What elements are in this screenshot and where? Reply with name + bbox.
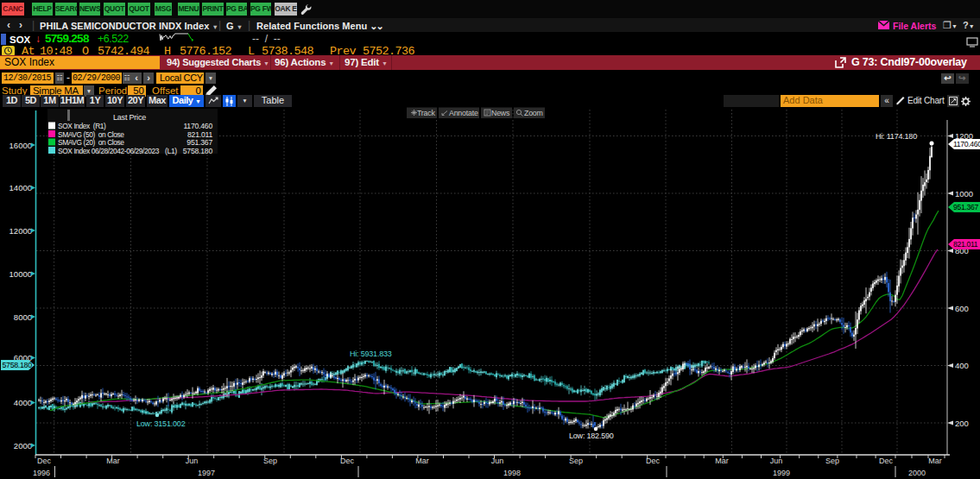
svg-text:Jun: Jun [491,457,504,465]
svg-text:Mar: Mar [106,457,120,465]
svg-text:200: 200 [955,419,969,428]
svg-text:12000: 12000 [9,226,32,236]
svg-text:Dec: Dec [879,457,894,465]
svg-text:SMAVG (50) on Close: SMAVG (50) on Close [58,130,124,139]
svg-text:Hi: 5931.833: Hi: 5931.833 [350,350,392,358]
svg-text:8000: 8000 [14,312,32,322]
svg-text:1170.460: 1170.460 [953,140,980,148]
svg-text:Mar: Mar [715,457,729,465]
svg-text:Low: 182.590: Low: 182.590 [569,432,614,440]
svg-text:2000: 2000 [908,469,926,477]
svg-text:951.367: 951.367 [953,203,978,211]
svg-text:951.367: 951.367 [187,138,212,147]
svg-text:Sep: Sep [569,457,583,465]
svg-text:Jun: Jun [770,457,783,465]
svg-text:SOX Index (R1): SOX Index (R1) [58,122,106,130]
svg-text:1997: 1997 [198,469,215,477]
svg-text:Dec: Dec [646,457,661,465]
svg-text:5758.180: 5758.180 [3,361,33,369]
svg-text:400: 400 [955,361,969,370]
svg-text:10000: 10000 [9,269,32,279]
svg-text:1170.460: 1170.460 [183,122,212,130]
svg-text:Annotate: Annotate [449,109,478,117]
svg-text:Zoom: Zoom [524,109,543,117]
svg-text:Dec: Dec [37,457,52,465]
svg-text:Last Price: Last Price [113,113,146,122]
svg-text:SOX Index 06/28/2042-06/29/202: SOX Index 06/28/2042-06/29/2023 [58,147,160,155]
svg-text:Hi: 1174.180: Hi: 1174.180 [876,132,917,141]
svg-text:1999: 1999 [773,469,790,477]
svg-text:Sep: Sep [263,457,277,465]
svg-text:Mar: Mar [928,457,942,465]
svg-text:1998: 1998 [503,469,521,477]
svg-text:2000: 2000 [14,441,32,451]
svg-text:(L1): (L1) [165,147,177,155]
svg-text:Dec: Dec [340,457,355,465]
svg-text:News: News [491,109,510,117]
svg-text:5758.180: 5758.180 [183,147,213,155]
svg-text:821.011: 821.011 [953,240,978,249]
svg-text:821.011: 821.011 [187,130,212,139]
svg-text:Jun: Jun [186,457,199,465]
svg-text:Sep: Sep [825,457,839,465]
svg-text:SMAVG (20) on Close: SMAVG (20) on Close [58,138,124,147]
svg-text:14000: 14000 [9,183,32,192]
svg-text:600: 600 [955,304,969,313]
svg-text:Track: Track [417,109,435,117]
svg-text:1000: 1000 [955,189,973,199]
svg-text:4000: 4000 [14,398,32,407]
svg-text:16000: 16000 [9,141,32,150]
svg-text:Low: 3151.002: Low: 3151.002 [136,419,186,428]
svg-text:Mar: Mar [415,457,429,465]
svg-text:1996: 1996 [33,469,50,477]
